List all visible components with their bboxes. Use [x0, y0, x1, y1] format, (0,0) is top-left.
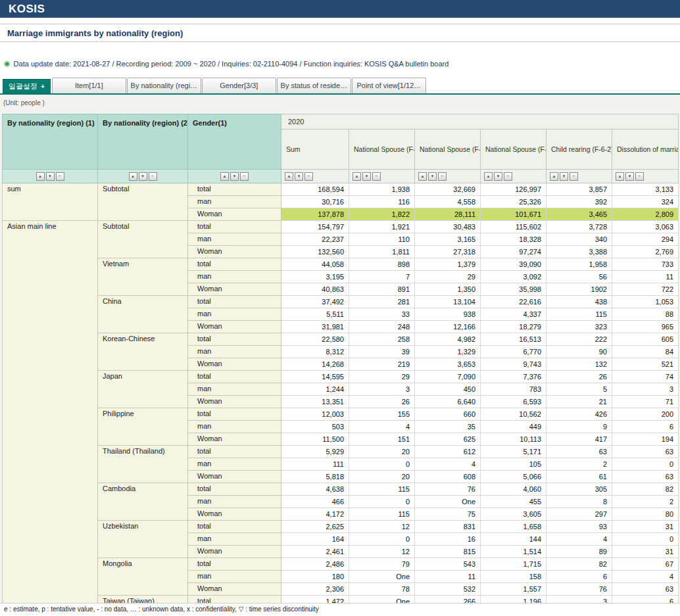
column-header-2: National Spouse (F-2-1) — [349, 130, 415, 170]
value-cell: 455 — [481, 496, 546, 508]
value-cell: 116 — [349, 196, 415, 208]
sort-remove-button[interactable]: − — [438, 172, 447, 181]
sort-remove-button[interactable]: − — [504, 172, 512, 181]
value-cell: 7,376 — [481, 371, 546, 383]
table-row: Asian main lineSubtotaltotal154,7971,921… — [3, 221, 679, 233]
value-cell: 281 — [349, 296, 415, 308]
batch-settings-button[interactable]: 일괄설정 + — [3, 79, 51, 93]
value-cell: 2 — [612, 496, 679, 508]
value-cell: 30,716 — [281, 196, 349, 208]
gender-cell: total — [188, 408, 281, 421]
value-cell: 132,560 — [281, 246, 349, 258]
value-cell: 37,492 — [281, 296, 349, 308]
sort-asc-button[interactable]: ▲ — [418, 172, 427, 181]
sort-desc-button[interactable]: ▼ — [139, 172, 147, 181]
info-bar: ◉ Data update date: 2021-08-27 / Recordi… — [4, 59, 680, 68]
tab-5[interactable]: Point of view[1/12… — [352, 78, 426, 93]
gender-cell: Woman — [188, 471, 281, 483]
value-cell: 0 — [612, 458, 679, 471]
plus-icon: + — [41, 83, 45, 90]
value-cell: 89 — [546, 546, 612, 558]
value-cell: 4,172 — [281, 508, 349, 521]
value-cell: 164 — [281, 533, 349, 546]
value-cell: 3,465 — [546, 208, 612, 221]
value-cell: 305 — [546, 483, 612, 496]
sort-desc-button[interactable]: ▼ — [428, 172, 437, 181]
sort-remove-button[interactable]: − — [56, 172, 64, 181]
value-cell: 1,557 — [481, 583, 546, 596]
value-cell: 340 — [546, 233, 612, 246]
sort-asc-button[interactable]: ▲ — [129, 172, 137, 181]
sort-desc-button[interactable]: ▼ — [494, 172, 502, 181]
sort-controls-row: ▲▼−▲▼−▲▼−▲▼−▲▼−▲▼−▲▼−▲▼−▲▼− — [3, 170, 679, 183]
value-cell: 11 — [415, 571, 481, 583]
region2-cell: Japan — [98, 371, 188, 408]
tab-4[interactable]: By status of reside… — [277, 78, 351, 93]
sort-remove-button[interactable]: − — [240, 172, 249, 181]
region2-cell: Subtotal — [98, 183, 188, 221]
value-cell: 22,580 — [281, 333, 349, 346]
value-cell: 612 — [415, 446, 481, 458]
tab-1[interactable]: Item[1/1] — [52, 78, 126, 93]
value-cell: 101,671 — [481, 208, 546, 221]
sort-desc-button[interactable]: ▼ — [230, 172, 239, 181]
table-row: Vietnamtotal44,0588981,37939,0901,958733 — [3, 258, 679, 271]
value-cell: 4 — [415, 458, 481, 471]
value-cell: 110 — [349, 233, 415, 246]
sort-remove-button[interactable]: − — [635, 172, 644, 181]
value-cell: 180 — [281, 571, 349, 583]
value-cell: 18,328 — [481, 233, 546, 246]
value-cell: 56 — [546, 271, 612, 283]
value-cell: 27,318 — [415, 246, 481, 258]
value-cell: 3,653 — [415, 358, 481, 371]
sort-asc-button[interactable]: ▲ — [550, 172, 558, 181]
value-cell: 438 — [546, 296, 612, 308]
sort-remove-button[interactable]: − — [372, 172, 381, 181]
value-cell: 0 — [349, 533, 415, 546]
top-navbar: KOSIS — [0, 0, 680, 18]
sort-remove-button[interactable]: − — [149, 172, 157, 181]
sort-asc-button[interactable]: ▲ — [484, 172, 493, 181]
value-cell: 417 — [546, 433, 612, 446]
sort-controls: ▲▼− — [281, 170, 349, 183]
value-cell: 1902 — [546, 283, 612, 296]
value-cell: 67 — [612, 558, 679, 571]
value-cell: 44,058 — [281, 258, 349, 271]
tab-2[interactable]: By nationality (regi… — [127, 78, 201, 93]
value-cell: 3,857 — [546, 183, 612, 196]
value-cell: 12,166 — [415, 321, 481, 333]
sort-desc-button[interactable]: ▼ — [625, 172, 634, 181]
value-cell: 10,562 — [481, 408, 546, 421]
value-cell: 82 — [612, 483, 679, 496]
value-cell: 105 — [481, 458, 546, 471]
value-cell: 1,938 — [349, 183, 415, 196]
sort-asc-button[interactable]: ▲ — [352, 172, 361, 181]
region2-cell: Cambodia — [98, 483, 188, 521]
tab-3[interactable]: Gender[3/3] — [202, 78, 276, 93]
sort-desc-button[interactable]: ▼ — [295, 172, 303, 181]
sort-asc-button[interactable]: ▲ — [616, 172, 624, 181]
value-cell: 9,743 — [481, 358, 546, 371]
gender-cell: man — [188, 346, 281, 358]
sort-asc-button[interactable]: ▲ — [36, 172, 45, 181]
sort-desc-button[interactable]: ▼ — [46, 172, 55, 181]
table-head: By nationality (region) (1) By nationali… — [3, 114, 679, 183]
gender-cell: total — [188, 483, 281, 496]
value-cell: 2,625 — [281, 521, 349, 533]
value-cell: 219 — [349, 358, 415, 371]
value-cell: 88 — [612, 308, 679, 321]
value-cell: 97,274 — [481, 246, 546, 258]
sort-desc-button[interactable]: ▼ — [560, 172, 568, 181]
value-cell: 248 — [349, 321, 415, 333]
gender-cell: total — [188, 371, 281, 383]
value-cell: 35,998 — [481, 283, 546, 296]
sort-desc-button[interactable]: ▼ — [362, 172, 371, 181]
kosis-logo[interactable]: KOSIS — [9, 3, 45, 16]
value-cell: 6 — [612, 421, 679, 433]
sort-remove-button[interactable]: − — [304, 172, 313, 181]
sort-remove-button[interactable]: − — [570, 172, 578, 181]
sort-asc-button[interactable]: ▲ — [285, 172, 293, 181]
value-cell: 4 — [546, 533, 612, 546]
table-row: Cambodiatotal4,638115764,06030582 — [3, 483, 679, 496]
sort-asc-button[interactable]: ▲ — [220, 172, 229, 181]
